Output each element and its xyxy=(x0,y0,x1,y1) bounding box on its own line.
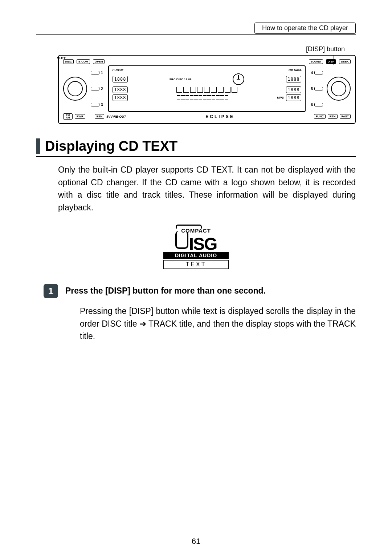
open-button: OPEN xyxy=(93,59,105,64)
seg-r1: 1888 xyxy=(286,76,302,82)
func-button: FUNC xyxy=(314,114,326,119)
disp-button: DISP xyxy=(326,59,336,64)
mp3-label: MP3 xyxy=(277,96,284,100)
lcd-bars xyxy=(130,95,275,100)
seg-3: 1888 xyxy=(113,94,128,101)
sound-button: SOUND xyxy=(309,59,323,64)
mute-label: MUTE xyxy=(57,56,66,60)
preset-2: 2 xyxy=(101,87,103,91)
section-intro: Only the built-in CD player supports CD … xyxy=(58,164,356,214)
preset-4: 4 xyxy=(311,71,313,75)
seg-r3: 1888 xyxy=(286,94,302,101)
preset-6: 6 xyxy=(311,103,313,107)
cd-text-logo: COMPACT ISG DIGITAL AUDIO TEXT xyxy=(163,225,229,269)
disp-button-callout: [DISP] button xyxy=(58,45,356,53)
device-bottom-row: FMAM PWR ESN 5V PRE-OUT ECLIPSE FUNC RTN… xyxy=(63,113,351,120)
page-header: How to operate the CD player xyxy=(36,22,356,35)
eclipse-brand: ECLIPSE xyxy=(205,114,234,119)
preset-col-right: 4 5 6 xyxy=(311,65,323,112)
seg-2: 1888 xyxy=(113,86,128,93)
lcd-display: E-COM CD 5444 1888 SRC DISC 18:88 1888 1… xyxy=(108,65,306,112)
section-title: Displaying CD TEXT xyxy=(45,138,177,154)
device-top-row: DISC E-COM OPEN MUTE SOUND DISP SEEK xyxy=(63,59,351,64)
heading-bar xyxy=(36,138,40,154)
seek-button: SEEK xyxy=(339,59,351,64)
manual-page: How to operate the CD player [DISP] butt… xyxy=(0,0,392,557)
lcd-model: CD 5444 xyxy=(289,68,302,72)
lcd-matrix-row xyxy=(130,87,283,93)
ecom-button: E-COM xyxy=(77,59,90,64)
step-number-badge: 1 xyxy=(44,284,58,298)
esn-button: ESN xyxy=(95,114,104,119)
device-mid-row: 1 2 3 E-COM CD 5444 1888 SRC DISC 18:88 … xyxy=(63,65,351,112)
breadcrumb: How to operate the CD player xyxy=(254,23,356,34)
callout-text: [DISP] button xyxy=(306,45,345,53)
preout-label: 5V PRE-OUT xyxy=(106,115,126,118)
callout-leader-line xyxy=(334,55,334,65)
volume-knob xyxy=(63,77,87,101)
preset-3: 3 xyxy=(101,103,103,107)
step-body: Pressing the [DISP] button while text is… xyxy=(80,305,356,343)
cd-player-diagram: DISC E-COM OPEN MUTE SOUND DISP SEEK 1 2… xyxy=(58,55,356,124)
logo-disc: ISG xyxy=(163,234,229,252)
logo-digital-audio: DIGITAL AUDIO xyxy=(163,252,229,259)
lcd-brand: E-COM xyxy=(113,68,123,72)
fast-button: FAST xyxy=(340,114,351,119)
seg-r2: 1888 xyxy=(286,86,302,93)
rtn-button: RTN xyxy=(328,114,337,119)
section-heading-row: Displaying CD TEXT xyxy=(36,138,356,157)
select-knob xyxy=(327,77,351,101)
logo-isg: ISG xyxy=(189,236,217,252)
arrow-icon: ➔ xyxy=(139,319,146,328)
seg-1: 1888 xyxy=(113,76,128,82)
preset-col-left: 1 2 3 xyxy=(91,65,103,112)
logo-text: TEXT xyxy=(163,260,229,269)
logo-d-icon xyxy=(175,231,188,249)
lcd-dial-icon xyxy=(233,73,244,85)
logo-compact: COMPACT xyxy=(163,225,229,234)
fm-am-button: FMAM xyxy=(63,113,73,120)
step-title: Press the [DISP] button for more than on… xyxy=(65,286,266,296)
lcd-tags: SRC DISC 18:88 xyxy=(170,78,192,81)
pwr-button: PWR xyxy=(75,114,85,119)
preset-5: 5 xyxy=(311,87,313,91)
page-number: 61 xyxy=(0,537,392,546)
disc-button: DISC xyxy=(63,59,74,64)
step-1-row: 1 Press the [DISP] button for more than … xyxy=(44,284,356,298)
preset-1: 1 xyxy=(101,71,103,75)
